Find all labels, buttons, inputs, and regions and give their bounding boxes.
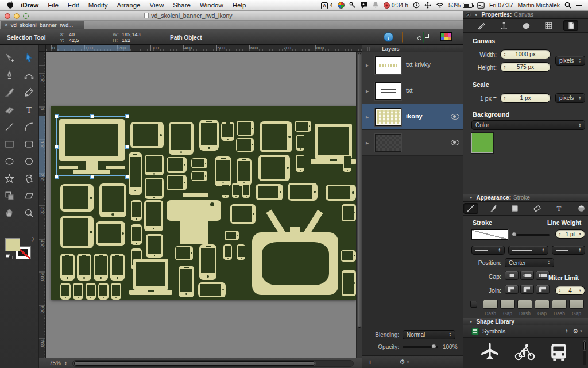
dash-field-4[interactable] xyxy=(535,300,550,309)
add-layer-button[interactable]: + xyxy=(362,356,378,368)
line-tool[interactable] xyxy=(2,120,18,134)
layer-visibility-cell[interactable] xyxy=(447,130,463,155)
layer-row-empty[interactable]: ▶ xyxy=(362,130,463,156)
blending-select[interactable]: Normal▲▼ xyxy=(403,330,455,339)
rect-tool[interactable] xyxy=(2,137,18,151)
tab-stroke-props[interactable] xyxy=(474,20,489,31)
menu-file[interactable]: File xyxy=(43,2,63,9)
layer-visibility-cell[interactable] xyxy=(447,104,463,129)
layer-options-button[interactable]: ⚙▼ xyxy=(394,356,415,368)
device-icon-tab[interactable] xyxy=(169,122,194,155)
tab-appearance-effects[interactable] xyxy=(530,203,545,214)
device-icon-phone[interactable] xyxy=(73,283,83,300)
colorful-app-icon[interactable] xyxy=(338,2,345,9)
device-icon-phone[interactable] xyxy=(296,135,304,151)
color-palette-button[interactable] xyxy=(440,32,452,41)
device-icon-tab-ls[interactable] xyxy=(175,246,193,260)
device-icon-tab[interactable] xyxy=(146,234,163,258)
rotate-tool[interactable] xyxy=(21,171,37,186)
stroke-style-select-3[interactable]: ▲▼ xyxy=(552,246,585,255)
move-tool[interactable] xyxy=(2,51,18,65)
device-icon-tab-ls[interactable] xyxy=(258,155,290,181)
chat-icon[interactable] xyxy=(361,2,368,9)
hand-tool[interactable] xyxy=(2,206,18,220)
menu-modify[interactable]: Modify xyxy=(84,2,113,9)
device-icon-tab[interactable] xyxy=(99,183,126,217)
device-icon-phone[interactable] xyxy=(199,244,216,280)
device-icon-phone[interactable] xyxy=(77,254,91,281)
eraser-tool[interactable] xyxy=(2,102,18,117)
record-indicator[interactable]: 0:34 h xyxy=(384,2,408,9)
stroke-style-select-1[interactable]: ▲▼ xyxy=(471,246,505,255)
menu-arrange[interactable]: Arrange xyxy=(113,2,145,9)
device-icon-phone[interactable] xyxy=(215,156,231,186)
line-weight-field[interactable]: ▲▼1 pt▼ xyxy=(555,229,585,239)
pencil-tool[interactable] xyxy=(21,85,37,99)
dash-field-1[interactable] xyxy=(483,300,498,309)
device-icon-phone[interactable] xyxy=(111,283,121,300)
dash-checkbox[interactable] xyxy=(470,301,477,308)
stroke-width-slider-knob[interactable] xyxy=(512,232,517,237)
arc-tool[interactable] xyxy=(21,120,37,134)
menu-idraw[interactable]: iDraw xyxy=(16,2,43,9)
join-miter-button[interactable] xyxy=(505,285,519,294)
device-icon-phone[interactable] xyxy=(98,283,109,300)
zoom-level[interactable]: 75% xyxy=(49,360,61,366)
node-tool[interactable] xyxy=(21,68,37,82)
shear-tool[interactable] xyxy=(21,189,37,203)
selection-handle[interactable] xyxy=(125,145,129,149)
position-select[interactable]: Center▲▼ xyxy=(505,258,554,267)
spotlight-search-icon[interactable] xyxy=(564,2,571,9)
ruler-toggle-button[interactable] xyxy=(402,32,415,43)
join-round-button[interactable] xyxy=(520,285,534,294)
device-icon-phone-ls[interactable] xyxy=(288,183,318,201)
cap-square-button[interactable] xyxy=(536,271,550,280)
menu-view[interactable]: View xyxy=(145,2,168,9)
device-icon-phone[interactable] xyxy=(131,200,142,221)
background-color-swatch[interactable] xyxy=(471,133,493,153)
device-icon-phone[interactable] xyxy=(222,183,229,198)
device-icon-phone-ls[interactable] xyxy=(191,158,207,168)
selection-handle[interactable] xyxy=(125,114,129,118)
dash-field-6[interactable] xyxy=(569,300,584,309)
text-tool[interactable]: T xyxy=(21,102,37,117)
device-icon-phone[interactable] xyxy=(242,183,250,198)
horizontal-scrollbar-thumb[interactable] xyxy=(74,361,315,366)
symbol-airplane[interactable] xyxy=(480,342,500,364)
star-tool[interactable] xyxy=(2,171,18,186)
device-icon-phone[interactable] xyxy=(129,152,142,195)
tab-grid-props[interactable] xyxy=(541,20,556,31)
zoom-tool[interactable] xyxy=(21,206,37,220)
layer-disclosure-icon[interactable]: ▶ xyxy=(366,89,369,94)
user-menu[interactable]: Martin Michálek xyxy=(517,2,560,9)
layer-visibility-cell[interactable] xyxy=(447,52,463,78)
layer-row-ikony[interactable]: ▶ikony xyxy=(362,104,463,130)
device-icon-phone-ls[interactable] xyxy=(341,250,356,262)
symbol-cyclist[interactable] xyxy=(514,343,536,363)
tab-close-icon[interactable]: × xyxy=(5,22,8,28)
opacity-slider[interactable] xyxy=(403,344,438,350)
device-icon-tab-ls[interactable] xyxy=(237,121,254,136)
width-field[interactable]: ▲▼1000 px xyxy=(500,49,551,59)
layer-disclosure-icon[interactable]: ▶ xyxy=(366,141,369,145)
device-icon-phone[interactable] xyxy=(223,244,232,260)
tab-appearance-text[interactable]: T xyxy=(552,203,567,214)
device-icon-phone[interactable] xyxy=(60,254,75,281)
device-icon-phone[interactable] xyxy=(179,266,194,297)
eye-icon[interactable] xyxy=(451,114,459,120)
fill-stroke-swatches[interactable]: ⤸ xyxy=(5,237,35,264)
brush-tool[interactable] xyxy=(2,85,18,99)
symbols-scrollbar-thumb[interactable] xyxy=(583,341,586,350)
device-icon-tab-ls[interactable] xyxy=(167,157,187,172)
selection-handle[interactable] xyxy=(90,175,94,179)
tab-appearance-fill[interactable] xyxy=(508,203,523,214)
fill-swatch[interactable] xyxy=(5,238,20,251)
select-tool[interactable] xyxy=(21,51,37,65)
eye-icon[interactable] xyxy=(451,140,459,145)
device-icon-tab-ls[interactable] xyxy=(236,138,254,152)
key-icon[interactable] xyxy=(349,2,356,9)
disclosure-triangle-icon[interactable]: ▼ xyxy=(474,13,478,17)
device-icon-phone-ls[interactable] xyxy=(198,282,226,297)
panel-close-icon[interactable]: × xyxy=(466,12,471,17)
vertical-scrollbar-thumb[interactable] xyxy=(358,53,361,328)
